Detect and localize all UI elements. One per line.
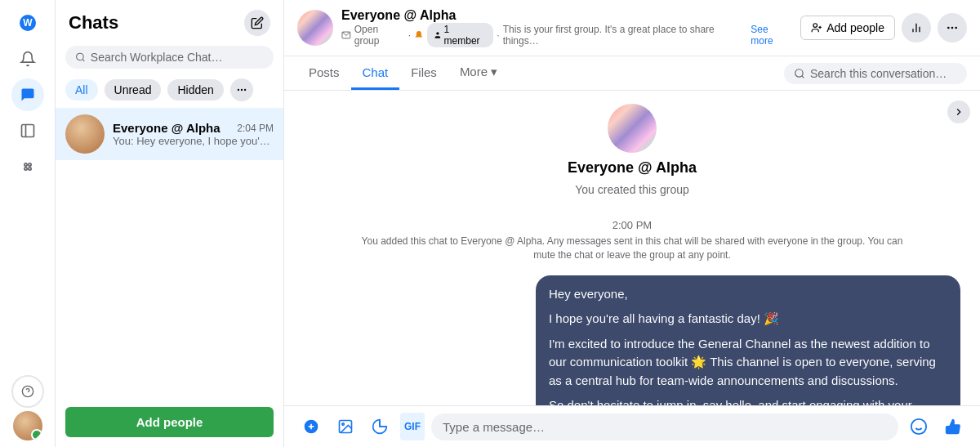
gif-button[interactable]: GIF — [400, 413, 425, 440]
filter-hidden[interactable]: Hidden — [167, 79, 223, 101]
emoji-icon — [910, 418, 928, 436]
group-type: Open group — [354, 24, 405, 47]
sidebar: Chats All Unread Hidden Everyone @ Alpha… — [56, 0, 284, 447]
svg-point-14 — [244, 89, 246, 91]
add-person-icon — [811, 22, 822, 34]
chat-header: Everyone @ Alpha Open group · 1 member ·… — [284, 0, 980, 56]
svg-point-5 — [28, 163, 30, 166]
message-bubble-row: Hey everyone, I hope you're all having a… — [304, 275, 960, 405]
svg-point-26 — [795, 69, 803, 76]
tab-posts[interactable]: Posts — [297, 57, 351, 90]
chat-time: 2:04 PM — [237, 123, 274, 134]
svg-rect-2 — [21, 125, 33, 137]
tab-more[interactable]: More ▾ — [448, 56, 509, 90]
more-options-button[interactable] — [938, 13, 967, 42]
member-count: 1 member — [444, 24, 488, 47]
svg-point-7 — [28, 168, 30, 170]
nav-apps[interactable] — [11, 150, 44, 183]
svg-point-33 — [911, 419, 926, 434]
message-line1: Hey everyone, — [549, 285, 947, 304]
svg-point-12 — [238, 89, 239, 91]
message-line2: I hope you're all having a fantastic day… — [549, 310, 947, 329]
nav-rail: W — [0, 0, 56, 447]
svg-point-16 — [436, 32, 439, 34]
envelope-icon — [341, 30, 351, 40]
chat-header-info: Everyone @ Alpha Open group · 1 member ·… — [341, 8, 792, 47]
group-sub-center: You created this group — [575, 183, 689, 196]
group-info-center: Everyone @ Alpha You created this group — [304, 104, 960, 196]
svg-point-6 — [24, 168, 26, 170]
svg-text:W: W — [23, 17, 33, 29]
group-description: This is your first group. It's a great p… — [503, 24, 748, 47]
member-count-badge: 1 member — [427, 23, 494, 47]
nav-notifications[interactable] — [11, 42, 44, 75]
search-input[interactable] — [91, 51, 264, 64]
chat-header-name: Everyone @ Alpha — [341, 8, 792, 23]
add-people-button[interactable]: Add people — [65, 407, 274, 437]
tab-chat[interactable]: Chat — [351, 57, 400, 90]
bell-icon — [414, 30, 424, 40]
svg-point-4 — [24, 163, 26, 166]
sidebar-header: Chats — [56, 0, 283, 42]
message-input-bar: GIF — [284, 405, 980, 447]
chat-name-row: Everyone @ Alpha 2:04 PM — [113, 121, 274, 135]
like-button[interactable] — [939, 413, 967, 440]
plus-circle-icon — [303, 418, 319, 435]
chat-item[interactable]: Everyone @ Alpha 2:04 PM You: Hey everyo… — [56, 108, 283, 160]
filter-more-button[interactable] — [230, 78, 253, 101]
back-button[interactable] — [947, 101, 970, 123]
chat-avatar — [65, 114, 105, 154]
message-bubble: Hey everyone, I hope you're all having a… — [536, 275, 960, 405]
nav-help[interactable] — [11, 375, 44, 408]
system-message: You added this chat to Everyone @ Alpha.… — [354, 235, 910, 262]
add-attachment-button[interactable] — [297, 413, 325, 440]
chat-list: Everyone @ Alpha 2:04 PM You: Hey everyo… — [56, 108, 283, 400]
nav-logo[interactable]: W — [11, 7, 44, 39]
sidebar-edit-button[interactable] — [244, 10, 270, 36]
filter-row: All Unread Hidden — [56, 75, 283, 108]
svg-point-32 — [342, 423, 345, 426]
bar-chart-icon — [910, 21, 923, 34]
filter-unread[interactable]: Unread — [105, 79, 162, 101]
svg-point-23 — [947, 27, 950, 29]
see-more-link[interactable]: See more — [751, 24, 792, 47]
nav-chats[interactable] — [11, 78, 44, 111]
thumbs-up-icon — [944, 418, 962, 436]
arrow-right-icon — [953, 106, 964, 118]
nav-user-avatar[interactable] — [13, 411, 42, 440]
chat-search-icon — [794, 68, 805, 79]
emoji-button[interactable] — [905, 413, 933, 440]
chat-header-actions: Add people — [800, 13, 967, 42]
search-box — [65, 46, 274, 69]
sticker-button[interactable] — [366, 413, 394, 440]
group-name-center: Everyone @ Alpha — [568, 159, 697, 177]
chat-search-input[interactable] — [810, 67, 957, 80]
add-people-header-label: Add people — [826, 21, 884, 34]
svg-point-17 — [813, 24, 817, 28]
svg-point-24 — [951, 27, 954, 29]
chat-main: Everyone @ Alpha Open group · 1 member ·… — [284, 0, 980, 447]
chat-nav: Posts Chat Files More ▾ — [284, 56, 980, 91]
tab-files[interactable]: Files — [399, 57, 448, 90]
message-line3: I'm excited to introduce the General Cha… — [549, 335, 947, 391]
add-people-header-button[interactable]: Add people — [800, 16, 895, 40]
nav-notebook[interactable] — [11, 114, 44, 147]
chat-name: Everyone @ Alpha — [113, 121, 220, 135]
svg-point-25 — [955, 27, 957, 29]
filter-all[interactable]: All — [65, 79, 98, 101]
chat-info: Everyone @ Alpha 2:04 PM You: Hey everyo… — [113, 121, 274, 147]
sticker-icon — [372, 418, 388, 435]
message-input[interactable] — [431, 413, 898, 440]
ellipsis-icon — [946, 21, 959, 34]
chat-search-box — [784, 63, 967, 84]
gif-label: GIF — [404, 421, 421, 432]
image-icon — [337, 418, 354, 435]
image-button[interactable] — [332, 413, 359, 440]
svg-point-13 — [241, 89, 243, 91]
insights-button[interactable] — [902, 13, 931, 42]
group-avatar-large — [608, 104, 657, 153]
sidebar-title: Chats — [69, 12, 118, 34]
chat-header-meta: Open group · 1 member · This is your fir… — [341, 23, 792, 47]
chat-preview: You: Hey everyone, I hope you're… — [113, 135, 274, 147]
search-icon — [75, 51, 86, 63]
